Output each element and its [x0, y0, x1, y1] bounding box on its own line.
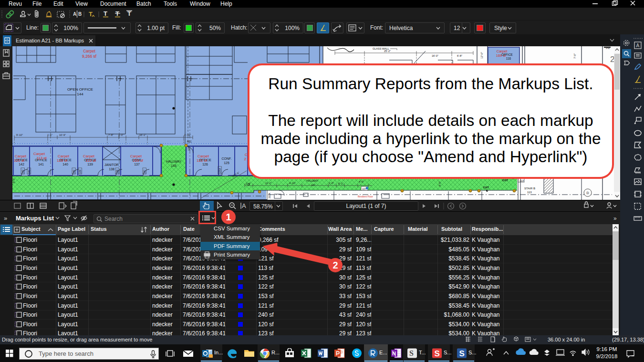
svg-text:4'-10": 4'-10"	[289, 182, 296, 185]
svg-text:1'-11": 1'-11"	[184, 134, 191, 136]
svg-text:121 sf: 121 sf	[14, 158, 25, 163]
svg-text:6'-8": 6'-8"	[457, 54, 462, 57]
svg-text:5'-1": 5'-1"	[338, 182, 343, 185]
svg-text:121 sf: 121 sf	[197, 158, 208, 163]
svg-text:138: 138	[109, 167, 114, 171]
svg-text:139: 139	[87, 163, 93, 166]
svg-text:10'-9": 10'-9"	[59, 134, 66, 136]
svg-text:Resilient Floor: Resilient Floor	[358, 195, 373, 198]
svg-text:137: 137	[134, 163, 140, 166]
svg-text:128: 128	[187, 146, 190, 151]
svg-text:113: 113	[519, 179, 524, 182]
svg-text:A: A	[73, 11, 76, 17]
svg-text:12'-0": 12'-0"	[480, 52, 483, 59]
svg-text:Carpet: Carpet	[197, 154, 209, 158]
svg-text:2: 2	[244, 157, 247, 161]
svg-text:STAIR B: STAIR B	[524, 187, 535, 190]
svg-text:11'-2": 11'-2"	[265, 182, 272, 185]
svg-text:Carpet: Carpet	[83, 49, 95, 53]
svg-text:8'-5": 8'-5"	[12, 178, 15, 183]
svg-text:A: A	[636, 43, 640, 48]
svg-text:141: 141	[38, 163, 44, 166]
svg-text:EXIT: EXIT	[483, 186, 489, 189]
svg-text:T: T	[104, 10, 107, 17]
svg-text:HALLWAY: HALLWAY	[306, 179, 319, 182]
svg-text:9,266 sf: 9,266 sf	[82, 54, 97, 59]
svg-text:D: D	[586, 191, 589, 195]
svg-text:142: 142	[21, 169, 24, 174]
svg-text:9'-10": 9'-10"	[16, 134, 23, 136]
svg-text:125 sf: 125 sf	[57, 158, 68, 163]
svg-text:301A: 301A	[268, 193, 271, 198]
svg-text:107: 107	[311, 184, 315, 186]
svg-text:153 sf: 153 sf	[133, 158, 144, 163]
svg-text:138: 138	[116, 169, 119, 174]
svg-text:1'-0": 1'-0"	[118, 134, 124, 136]
svg-text:JANITOR: JANITOR	[104, 163, 119, 166]
svg-text:Carpet: Carpet	[130, 154, 142, 158]
svg-text:OPEN OFFICE: OPEN OFFICE	[67, 87, 93, 92]
svg-text:Carpet: Carpet	[58, 154, 70, 158]
svg-text:113 sf: 113 sf	[36, 156, 47, 160]
svg-text:116: 116	[506, 57, 511, 60]
svg-text:Carpet: Carpet	[83, 154, 95, 158]
svg-text:B: B	[78, 11, 82, 17]
svg-text:140: 140	[62, 163, 68, 166]
svg-text:7'-8": 7'-8"	[108, 134, 114, 136]
svg-text:Carpet: Carpet	[15, 154, 27, 158]
svg-text:A: A	[242, 202, 246, 209]
svg-text:OFFICE: OFFICE	[501, 53, 513, 56]
svg-text:145: 145	[171, 164, 177, 167]
svg-text:142: 142	[19, 163, 24, 166]
svg-text:1'-0": 1'-0"	[329, 182, 334, 185]
svg-text:113: 113	[527, 191, 532, 194]
svg-text:8'-5": 8'-5"	[438, 181, 441, 186]
svg-text:125: 125	[224, 161, 229, 165]
svg-text:EXIT: EXIT	[502, 179, 509, 182]
svg-text:122 sf: 122 sf	[85, 158, 96, 163]
svg-text:107: 107	[362, 187, 366, 190]
svg-text:FEC: FEC	[187, 140, 192, 143]
svg-text:126: 126	[202, 163, 208, 166]
svg-text:1'-1": 1'-1"	[47, 134, 52, 136]
svg-text:125A: 125A	[218, 168, 221, 174]
svg-text:2: 2	[610, 55, 614, 64]
svg-text:25'-2": 25'-2"	[384, 50, 391, 52]
svg-text:141: 141	[28, 169, 31, 174]
svg-text:HALLWAY: HALLWAY	[166, 160, 181, 163]
svg-text:139: 139	[79, 169, 82, 174]
svg-text:CONF.: CONF.	[222, 157, 232, 160]
svg-text:16'-1": 16'-1"	[139, 134, 146, 136]
svg-text:137: 137	[143, 169, 146, 174]
svg-text:Carpet: Carpet	[33, 152, 45, 156]
svg-text:16'-0": 16'-0"	[432, 54, 438, 57]
svg-text:140: 140	[73, 169, 75, 174]
svg-text:7'-0": 7'-0"	[573, 53, 576, 59]
svg-text:144: 144	[77, 92, 83, 96]
svg-text:4'-0": 4'-0"	[359, 180, 364, 183]
